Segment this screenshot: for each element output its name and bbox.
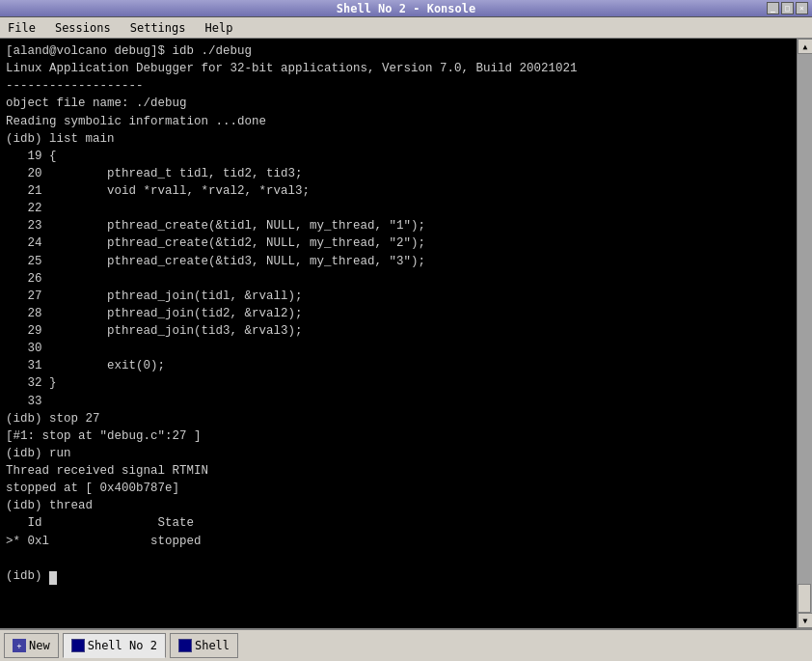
scroll-thumb[interactable]: [798, 584, 811, 613]
maximize-button[interactable]: □: [781, 2, 794, 14]
menu-file[interactable]: File: [4, 20, 40, 36]
tab-shell[interactable]: Shell: [170, 633, 238, 658]
vertical-scrollbar[interactable]: ▲ ▼: [797, 39, 812, 628]
menu-sessions[interactable]: Sessions: [51, 20, 115, 36]
window-controls[interactable]: _ □ ✕: [767, 2, 808, 14]
shell-no2-icon: [71, 639, 85, 652]
scroll-down-button[interactable]: ▼: [798, 613, 812, 628]
menu-bar: File Sessions Settings Help: [0, 17, 812, 39]
terminal-output[interactable]: [aland@volcano debug]$ idb ./debug Linux…: [0, 39, 797, 628]
tab-shell-label: Shell: [195, 639, 230, 652]
menu-settings[interactable]: Settings: [126, 20, 190, 36]
scroll-track[interactable]: [798, 54, 812, 613]
tab-shell-no2-label: Shell No 2: [88, 639, 157, 652]
scroll-up-button[interactable]: ▲: [798, 39, 812, 54]
terminal-wrapper: [aland@volcano debug]$ idb ./debug Linux…: [0, 39, 812, 628]
tab-new-label: New: [29, 639, 50, 652]
taskbar: + New Shell No 2 Shell: [0, 628, 812, 661]
cursor: [49, 571, 57, 585]
new-tab-icon: +: [13, 639, 26, 652]
tab-new[interactable]: + New: [4, 633, 59, 658]
minimize-button[interactable]: _: [767, 2, 779, 14]
tab-shell-no2[interactable]: Shell No 2: [63, 633, 166, 658]
title-bar: Shell No 2 - Konsole _ □ ✕: [0, 0, 812, 17]
close-button[interactable]: ✕: [796, 2, 808, 14]
shell-icon: [178, 639, 192, 652]
menu-help[interactable]: Help: [202, 20, 237, 36]
window-title: Shell No 2 - Konsole: [337, 2, 476, 15]
